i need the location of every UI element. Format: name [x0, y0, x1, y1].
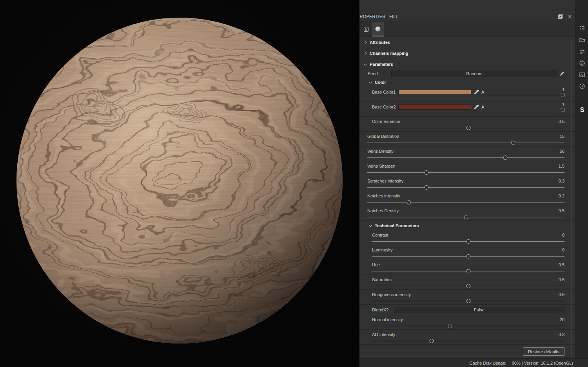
- edit-pencil-icon[interactable]: [560, 71, 564, 76]
- slider-track[interactable]: [367, 170, 564, 175]
- param-hue: Hue0.5: [359, 260, 575, 275]
- param-seed: SeedRandom: [359, 70, 575, 78]
- material-preview-sphere: [0, 0, 359, 367]
- section-label: Color: [375, 80, 386, 85]
- seed-value-button[interactable]: Random: [391, 71, 557, 77]
- 2d-view-panel-icon[interactable]: [577, 69, 588, 80]
- param-value: 1.5: [559, 164, 564, 168]
- param-veins-sharpen: Veins Sharpen1.5: [359, 161, 575, 176]
- panel-top-strip: [359, 0, 575, 11]
- eyedropper-icon[interactable]: [474, 105, 479, 110]
- param-veins-density: Veins Density50: [359, 146, 575, 161]
- slider-handle[interactable]: [466, 284, 470, 288]
- section-header-color[interactable]: Color: [359, 78, 575, 87]
- section-header-channels-mapping[interactable]: Channels mapping: [359, 48, 575, 59]
- section-header-parameters[interactable]: Parameters: [359, 59, 575, 70]
- param-notches-density: Notches Density0.5: [359, 206, 575, 221]
- color-swatch[interactable]: [398, 105, 471, 110]
- slider-handle[interactable]: [464, 215, 468, 219]
- param-value: 50: [560, 149, 564, 154]
- slider-track[interactable]: [367, 215, 564, 220]
- status-bar: Cache Disk Usage: 90% | Version: 10.1.2 …: [359, 358, 588, 367]
- section-header-technical-parameters[interactable]: Technical Parameters: [359, 221, 575, 230]
- panel-tab-bar: [359, 22, 575, 37]
- alpha-slider-track[interactable]: [487, 93, 564, 98]
- slider-track[interactable]: [372, 269, 564, 274]
- color-swatch[interactable]: [398, 90, 471, 95]
- slider-handle[interactable]: [511, 141, 515, 145]
- restore-defaults-button[interactable]: Restore defaults: [523, 347, 564, 356]
- slider-handle[interactable]: [466, 269, 470, 273]
- toggle-value-button[interactable]: False: [394, 307, 564, 313]
- section-header-attributes[interactable]: Attributes: [359, 37, 575, 48]
- alpha-slider-track[interactable]: [487, 108, 564, 112]
- param-value: 0: [562, 248, 564, 252]
- section-label: Technical Parameters: [375, 223, 419, 228]
- panel-title-bar: PROPERTIES - FILL: [359, 11, 575, 22]
- float-panel-icon[interactable]: [558, 14, 563, 19]
- slider-handle[interactable]: [407, 200, 411, 204]
- app-window: PROPERTIES - FILL: [0, 0, 588, 367]
- param-label: Scratches intensity: [367, 179, 403, 183]
- param-label: Hue: [372, 262, 380, 267]
- param-color-variation: Color Variation0.5: [359, 117, 575, 132]
- param-label: Normal intensity: [372, 317, 403, 322]
- slider-handle[interactable]: [466, 126, 470, 130]
- material-sphere-icon: [375, 26, 381, 32]
- param-label: Roughness intensity: [372, 292, 411, 297]
- slider-handle[interactable]: [430, 339, 434, 343]
- tab-material-preview[interactable]: [372, 22, 384, 36]
- slider-track[interactable]: [372, 125, 564, 131]
- slider-handle[interactable]: [466, 239, 470, 244]
- param-label: Seed: [368, 71, 391, 76]
- panel-title: PROPERTIES - FILL: [359, 14, 398, 19]
- properties-panel-icon[interactable]: [577, 46, 588, 57]
- slider-track[interactable]: [372, 324, 564, 329]
- slider-track[interactable]: [372, 239, 564, 244]
- param-base-color1: Base Color1A1: [359, 87, 575, 102]
- side-toolbar: S: [575, 0, 588, 358]
- alpha-label: A: [481, 90, 484, 95]
- slider-handle[interactable]: [561, 108, 565, 112]
- tab-fill-node[interactable]: [360, 22, 372, 36]
- substance-logo-icon[interactable]: S: [577, 105, 588, 116]
- param-value: 0.5: [559, 277, 564, 282]
- slider-handle[interactable]: [503, 155, 508, 160]
- slider-handle[interactable]: [448, 324, 452, 328]
- version-info: 90% | Version: 10.1.2 (OpenGL): [512, 361, 573, 365]
- 3d-view-panel-icon[interactable]: [577, 58, 588, 69]
- slider-track[interactable]: [367, 185, 564, 190]
- slider-track[interactable]: [372, 298, 564, 304]
- eyedropper-icon[interactable]: [474, 90, 479, 95]
- section-label: Parameters: [370, 62, 393, 67]
- fill-node-icon: [363, 26, 369, 33]
- param-label: Global Distortion: [367, 134, 399, 139]
- param-value: 0.5: [559, 119, 564, 124]
- slider-handle[interactable]: [424, 185, 428, 190]
- param-label: Notches Density: [367, 208, 399, 213]
- chevron-down-icon: [368, 224, 372, 228]
- history-panel-icon[interactable]: [577, 81, 588, 92]
- section-label: Channels mapping: [370, 51, 408, 56]
- explorer-panel-icon[interactable]: [577, 34, 588, 45]
- 3d-viewport[interactable]: [0, 0, 359, 367]
- param-value: 0.3: [559, 332, 564, 337]
- slider-handle[interactable]: [561, 93, 565, 97]
- close-icon[interactable]: [568, 13, 572, 19]
- slider-handle[interactable]: [466, 254, 470, 259]
- slider-track[interactable]: [372, 284, 564, 289]
- param-label: Notches intensity: [367, 193, 400, 198]
- slider-track[interactable]: [367, 200, 564, 205]
- param-label: Saturation: [372, 277, 392, 282]
- slider-handle[interactable]: [466, 299, 470, 303]
- slider-track[interactable]: [367, 155, 564, 161]
- slider-track[interactable]: [372, 254, 564, 259]
- param-value: 0.3: [559, 179, 564, 183]
- slider-track[interactable]: [367, 140, 564, 146]
- slider-track[interactable]: [372, 338, 564, 344]
- param-saturation: Saturation0.5: [359, 275, 575, 290]
- slider-handle[interactable]: [424, 170, 428, 175]
- parameter-rows: AttributesChannels mappingParametersSeed…: [359, 37, 575, 345]
- library-panel-icon[interactable]: [577, 23, 588, 34]
- param-scratches-intensity: Scratches intensity0.3: [359, 176, 575, 191]
